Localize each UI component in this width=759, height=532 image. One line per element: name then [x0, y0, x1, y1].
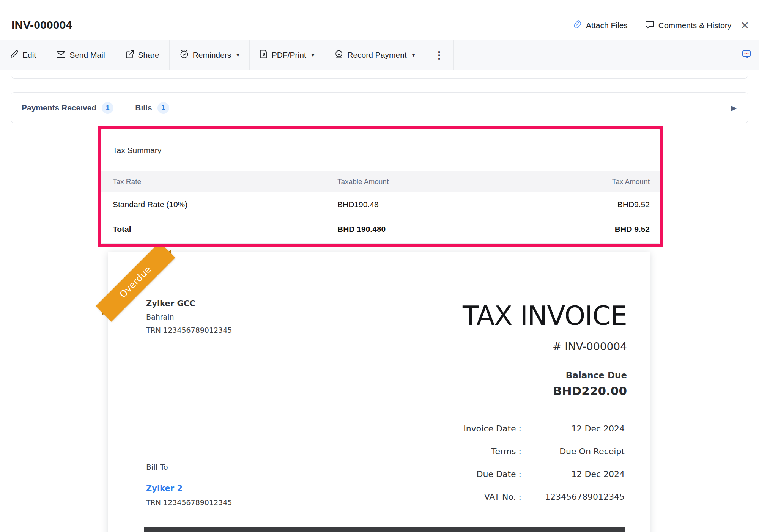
share-icon [125, 50, 134, 61]
due-date-label: Due Date : [463, 469, 521, 479]
edit-label: Edit [22, 50, 36, 60]
envelope-icon [56, 50, 66, 60]
chevron-down-icon: ▾ [236, 52, 239, 58]
chevron-down-icon: ▾ [412, 52, 415, 58]
comments-history-label: Comments & History [658, 21, 732, 30]
kebab-menu-icon: ⋮ [434, 49, 444, 61]
record-payment-label: Record Payment [347, 50, 406, 60]
company-country: Bahrain [146, 310, 232, 324]
tax-rate-value: Standard Rate (10%) [113, 200, 337, 209]
tax-amount-value: BHD9.52 [524, 200, 650, 209]
tab-label: Payments Received [22, 103, 96, 112]
record-payment-button[interactable]: Record Payment ▾ [324, 40, 425, 70]
send-mail-label: Send Mail [69, 50, 105, 60]
send-mail-button[interactable]: Send Mail [46, 40, 115, 70]
tax-summary-highlight-box: Tax Summary Tax Rate Taxable Amount Tax … [98, 126, 663, 247]
pdf-document-icon [260, 49, 268, 61]
invoice-document: Overdue Zylker GCC Bahrain TRN 123456789… [108, 252, 650, 532]
invoice-number: # INV-000004 [553, 340, 627, 353]
customer-link[interactable]: Zylker 2 [146, 484, 232, 493]
reminders-label: Reminders [193, 50, 231, 60]
total-label: Total [113, 225, 337, 234]
terms-value: Due On Receipt [521, 447, 625, 456]
tax-summary-header-row: Tax Rate Taxable Amount Tax Amount [101, 171, 660, 192]
tab-payments-received[interactable]: Payments Received 1 [11, 93, 124, 123]
record-payment-icon [334, 50, 343, 61]
toolbar-spacer [454, 40, 734, 70]
bill-to-label: Bill To [146, 463, 232, 472]
pdf-print-button[interactable]: PDF/Print ▾ [250, 40, 325, 70]
tax-summary-card: Tax Summary Tax Rate Taxable Amount Tax … [101, 129, 660, 244]
invoice-heading-block: TAX INVOICE # INV-000004 Balance Due BHD… [463, 301, 627, 398]
company-trn: TRN 123456789012345 [146, 324, 232, 337]
tax-summary-total-row: Total BHD 190.480 BHD 9.52 [101, 217, 660, 241]
chevron-down-icon: ▾ [312, 52, 315, 58]
items-table-header: # Item & Description Qty Rate Amount [144, 527, 625, 532]
count-badge: 1 [157, 102, 169, 114]
column-header-tax-amount: Tax Amount [524, 178, 650, 186]
close-icon[interactable]: ✕ [740, 20, 750, 31]
chat-dots-icon [741, 49, 752, 62]
attach-files-label: Attach Files [586, 21, 628, 30]
attach-files-button[interactable]: Attach Files [573, 20, 628, 31]
total-tax-amount: BHD 9.52 [524, 225, 650, 234]
bill-to-block: Bill To Zylker 2 TRN 123456789012345 [146, 463, 232, 507]
table-row: Standard Rate (10%) BHD190.48 BHD9.52 [101, 192, 660, 217]
due-date-value: 12 Dec 2024 [521, 469, 625, 479]
invoice-detail-screen: INV-000004 Attach Files Comments & Histo… [0, 0, 759, 532]
ribbon-fold [102, 308, 109, 315]
comment-bubble-icon [645, 20, 655, 31]
balance-due-value: BHD220.00 [553, 384, 627, 398]
pdf-print-label: PDF/Print [272, 50, 306, 60]
document-title: TAX INVOICE [463, 301, 627, 331]
tabs-scroll-right-button[interactable]: ▶ [720, 93, 748, 123]
ribbon-fold [164, 249, 171, 256]
header-actions: Attach Files Comments & History ✕ [573, 19, 750, 31]
tax-summary-title: Tax Summary [101, 129, 660, 171]
customer-trn: TRN 123456789012345 [146, 498, 232, 507]
divider [636, 19, 636, 31]
chat-feedback-button[interactable] [734, 40, 759, 70]
share-label: Share [138, 50, 159, 60]
arrow-right-icon: ▶ [731, 104, 737, 112]
column-header-tax-rate: Tax Rate [113, 178, 337, 186]
balance-due-label: Balance Due [566, 370, 627, 380]
app-header: INV-000004 Attach Files Comments & Histo… [0, 0, 759, 40]
tab-label: Bills [135, 103, 152, 112]
tab-bills[interactable]: Bills 1 [124, 93, 180, 123]
taxable-amount-value: BHD190.48 [337, 200, 524, 209]
comments-history-button[interactable]: Comments & History [645, 20, 732, 31]
company-name: Zylker GCC [146, 297, 232, 310]
reminders-button[interactable]: Reminders ▾ [170, 40, 250, 70]
more-options-button[interactable]: ⋮ [425, 40, 454, 70]
toolbar: Edit Send Mail Share [0, 40, 759, 70]
count-badge: 1 [102, 102, 113, 114]
share-button[interactable]: Share [115, 40, 170, 70]
pencil-icon [10, 50, 19, 60]
vat-no-label: VAT No. : [463, 492, 521, 502]
invoice-date-value: 12 Dec 2024 [521, 424, 625, 433]
invoice-meta-grid: Invoice Date : 12 Dec 2024 Terms : Due O… [463, 424, 625, 502]
alarm-clock-icon [180, 49, 189, 61]
terms-label: Terms : [463, 447, 521, 456]
column-header-taxable-amount: Taxable Amount [337, 178, 524, 186]
total-taxable-amount: BHD 190.480 [337, 225, 524, 234]
vat-no-value: 123456789012345 [521, 492, 625, 502]
invoice-date-label: Invoice Date : [463, 424, 521, 433]
seller-address-block: Zylker GCC Bahrain TRN 123456789012345 [146, 297, 232, 337]
page-title: INV-000004 [11, 19, 72, 31]
related-tabs-card: Payments Received 1 Bills 1 ▶ [11, 92, 748, 123]
paperclip-icon [573, 20, 582, 31]
edit-button[interactable]: Edit [0, 40, 46, 70]
